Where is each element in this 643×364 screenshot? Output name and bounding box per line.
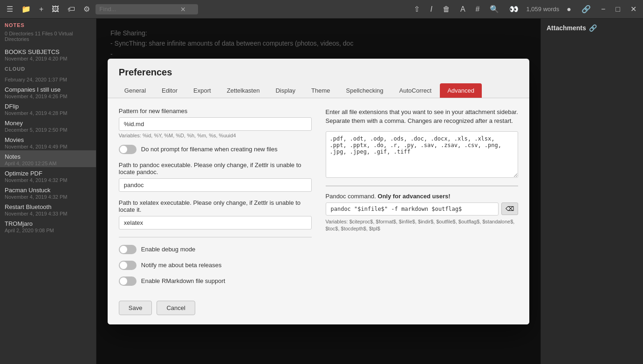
sidebar-item-movies[interactable]: Movies November 4, 2019 4:49 PM	[0, 134, 96, 150]
hamburger-icon[interactable]: ☰	[4, 3, 16, 15]
share-icon[interactable]: ⇧	[411, 3, 423, 15]
tab-autocorrect[interactable]: AutoCorrect	[392, 83, 439, 98]
sidebar-item-title: Optimize PDF	[5, 170, 91, 177]
pandoc-input[interactable]	[119, 178, 312, 192]
pandoc-cmd-reset-button[interactable]: ⌫	[501, 202, 518, 215]
modal-overlay: Preferences General Editor Export Zettel…	[96, 19, 540, 364]
delete-icon[interactable]: 🗑	[440, 3, 453, 15]
pandoc-cmd-prefix: Pandoc command.	[326, 193, 376, 200]
settings-icon[interactable]: ⚙	[81, 3, 93, 15]
sidebar-item-date: February 24, 2020 1:37 PM	[5, 77, 91, 82]
tag-icon[interactable]: 🏷	[65, 3, 78, 15]
italic-icon[interactable]: I	[427, 3, 435, 15]
sidebar-item-date: April 2, 2020 9:08 PM	[5, 228, 91, 233]
toolbar: ☰ 📁 + 🖼 🏷 ⚙ ✕ ⇧ I 🗑 A # 🔍 👀 1,059 words …	[0, 0, 643, 19]
prefs-title: Preferences	[108, 59, 529, 78]
link-icon[interactable]: 🔗	[579, 3, 594, 15]
pandoc-divider	[326, 186, 519, 186]
cancel-button[interactable]: Cancel	[157, 301, 195, 315]
toggle-debug-row: Enable debug mode	[119, 245, 312, 254]
toggle-prompt-label: Do not prompt for filename when creating…	[141, 146, 278, 153]
prefs-right: Enter all file extensions that you want …	[326, 108, 519, 286]
toggle-beta-row: Notify me about beta releases	[119, 261, 312, 270]
sidebar-item-tromjaro[interactable]: TROMjaro April 2, 2020 9:08 PM	[0, 217, 96, 234]
main-layout: NOTES 0 Directories 11 Files 0 Virtual D…	[0, 19, 643, 364]
sidebar-item-books[interactable]: BOOKS SUBJETCS November 4, 2019 4:20 PM	[0, 46, 96, 62]
sidebar-item-bluetooth[interactable]: Restart Bluetooth November 4, 2019 4:33 …	[0, 201, 96, 217]
tab-general[interactable]: General	[117, 83, 153, 98]
xelatex-input[interactable]	[119, 216, 312, 229]
reading-icon[interactable]: 👀	[506, 3, 521, 15]
toggle-beta-label: Notify me about beta releases	[141, 262, 222, 269]
close-search-icon[interactable]: ✕	[180, 6, 186, 13]
sidebar-item-pacman[interactable]: Pacman Unstuck November 4, 2019 4:32 PM	[0, 184, 96, 201]
tab-editor[interactable]: Editor	[154, 83, 185, 98]
sidebar-item-companies[interactable]: Companies I still use November 4, 2019 4…	[0, 83, 96, 100]
folder-icon[interactable]: 📁	[19, 3, 34, 15]
tab-theme[interactable]: Theme	[304, 83, 337, 98]
sidebar-item-title: DFlip	[5, 103, 91, 110]
sidebar-item-cloud[interactable]: February 24, 2020 1:37 PM	[0, 74, 96, 83]
sidebar-item-date: November 4, 2019 4:26 PM	[5, 94, 91, 99]
toggle-debug[interactable]	[119, 245, 137, 254]
attach-textarea[interactable]: .pdf, .odt, .odp, .ods, .doc, .docx, .xl…	[326, 131, 519, 178]
external-link-icon: 🔗	[589, 24, 597, 32]
sidebar-item-title: Companies I still use	[5, 86, 91, 93]
sidebar-item-money[interactable]: Money December 5, 2019 2:50 PM	[0, 117, 96, 134]
expand-icon[interactable]: □	[613, 3, 623, 15]
divider	[119, 237, 312, 237]
pandoc-cmd-label: Pandoc command. Only for advanced users!	[326, 193, 519, 200]
word-count: 1,059 words	[526, 6, 559, 13]
minimize-icon[interactable]: −	[598, 3, 608, 15]
search-icon[interactable]: 🔍	[487, 3, 502, 15]
sidebar-item-title: Movies	[5, 136, 91, 143]
new-file-icon[interactable]: +	[36, 3, 46, 15]
sidebar-item-date: December 5, 2019 2:50 PM	[5, 127, 91, 133]
sidebar-item-notes[interactable]: Notes April 4, 2020 12:25 AM	[0, 150, 96, 167]
attachments-label: Attachments	[547, 24, 586, 32]
pandoc-cmd-input[interactable]	[326, 202, 499, 216]
sidebar-item-date: November 4, 2019 4:33 PM	[5, 211, 91, 216]
tab-zettelkasten[interactable]: Zettelkasten	[219, 83, 267, 98]
tab-display[interactable]: Display	[268, 83, 303, 98]
toggle-prompt[interactable]	[119, 145, 137, 154]
pandoc-vars: Variables: $citeproc$, $format$, $infile…	[326, 218, 519, 233]
prefs-content: Pattern for new filenames Variables: %id…	[108, 98, 529, 295]
hashtag-icon[interactable]: #	[473, 3, 483, 15]
sidebar-item-title: BOOKS SUBJETCS	[5, 48, 91, 55]
search-input[interactable]	[99, 6, 178, 13]
pandoc-path-label: Path to pandoc executable. Please only c…	[119, 162, 312, 175]
filename-input[interactable]	[119, 117, 312, 131]
toggle-beta[interactable]	[119, 261, 137, 270]
right-panel-title: Attachments 🔗	[547, 24, 637, 32]
toggle-rmarkdown-label: Enable RMarkdown file support	[141, 277, 226, 284]
tab-advanced[interactable]: Advanced	[440, 83, 482, 98]
xelatex-path-label: Path to xelatex executable. Please only …	[119, 199, 312, 213]
toggle-debug-label: Enable debug mode	[141, 246, 195, 253]
prefs-left: Pattern for new filenames Variables: %id…	[119, 108, 312, 286]
sidebar-item-date: April 4, 2020 12:25 AM	[5, 161, 91, 166]
toggle-rmarkdown-row: Enable RMarkdown file support	[119, 276, 312, 286]
search-bar[interactable]: ✕	[96, 4, 198, 14]
sidebar-item-title: Money	[5, 120, 91, 127]
pandoc-cmd-bold: Only for advanced users!	[378, 193, 451, 200]
tab-export[interactable]: Export	[186, 83, 219, 98]
save-button[interactable]: Save	[119, 301, 152, 315]
attach-desc: Enter all file extensions that you want …	[326, 108, 519, 126]
sidebar-section-cloud: CLOUD	[0, 62, 96, 74]
circle-icon[interactable]: ●	[564, 3, 574, 15]
sidebar-item-title: Notes	[5, 153, 91, 160]
content-area: File Sharing: - SyncThing: share infinit…	[96, 19, 540, 364]
sidebar-item-date: November 4, 2019 4:32 PM	[5, 177, 91, 183]
close-window-icon[interactable]: ✕	[628, 3, 639, 15]
tab-spellchecking[interactable]: Spellchecking	[339, 83, 391, 98]
toggle-rmarkdown[interactable]	[119, 276, 137, 286]
sidebar-item-dflip[interactable]: DFlip November 4, 2019 4:28 PM	[0, 100, 96, 117]
sidebar-item-date: November 4, 2019 4:32 PM	[5, 194, 91, 200]
image-icon[interactable]: 🖼	[49, 3, 62, 15]
toggle-prompt-row: Do not prompt for filename when creating…	[119, 145, 312, 154]
sidebar-item-optimize[interactable]: Optimize PDF November 4, 2019 4:32 PM	[0, 167, 96, 184]
sidebar-header: NOTES	[0, 19, 96, 30]
font-icon[interactable]: A	[458, 3, 468, 15]
preferences-dialog: Preferences General Editor Export Zettel…	[108, 59, 529, 324]
